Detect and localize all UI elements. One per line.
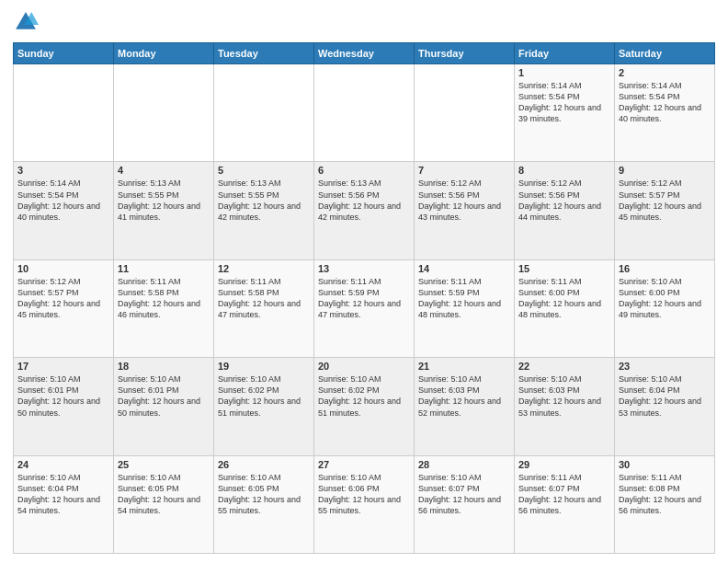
day-number: 16: [619, 263, 711, 274]
day-info-line: Sunrise: 5:10 AM: [619, 276, 711, 287]
weekday-header-saturday: Saturday: [615, 43, 715, 64]
day-info-line: Sunrise: 5:10 AM: [118, 472, 210, 483]
day-number: 19: [218, 361, 310, 372]
day-info-line: Daylight: 12 hours and 47 minutes.: [218, 298, 310, 320]
calendar-cell: 14Sunrise: 5:11 AMSunset: 5:59 PMDayligh…: [415, 259, 515, 357]
calendar-cell: 24Sunrise: 5:10 AMSunset: 6:04 PMDayligh…: [14, 455, 114, 553]
day-info-line: Sunrise: 5:10 AM: [318, 472, 410, 483]
day-info-line: Daylight: 12 hours and 41 minutes.: [118, 201, 210, 223]
day-info-line: Sunset: 5:55 PM: [118, 190, 210, 201]
day-info-line: Daylight: 12 hours and 45 minutes.: [17, 298, 109, 320]
weekday-header-tuesday: Tuesday: [214, 43, 314, 64]
day-number: 12: [218, 263, 310, 274]
day-number: 29: [518, 459, 610, 470]
day-number: 23: [619, 361, 711, 372]
day-info-line: Sunset: 5:57 PM: [17, 287, 109, 298]
calendar-cell: 30Sunrise: 5:11 AMSunset: 6:08 PMDayligh…: [615, 455, 715, 553]
day-info-line: Daylight: 12 hours and 55 minutes.: [318, 494, 410, 516]
day-info-line: Sunset: 5:56 PM: [418, 190, 510, 201]
calendar-cell: 9Sunrise: 5:12 AMSunset: 5:57 PMDaylight…: [615, 162, 715, 259]
day-info-line: Daylight: 12 hours and 46 minutes.: [118, 298, 210, 320]
day-info-line: Daylight: 12 hours and 55 minutes.: [218, 494, 310, 516]
page: SundayMondayTuesdayWednesdayThursdayFrid…: [0, 0, 728, 563]
calendar-cell: 28Sunrise: 5:10 AMSunset: 6:07 PMDayligh…: [415, 455, 515, 553]
day-info-line: Sunrise: 5:14 AM: [619, 80, 711, 91]
calendar-week-2: 3Sunrise: 5:14 AMSunset: 5:54 PMDaylight…: [14, 162, 715, 259]
day-info-line: Sunrise: 5:10 AM: [518, 373, 610, 385]
day-info-line: Sunset: 6:04 PM: [17, 483, 109, 494]
day-info-line: Daylight: 12 hours and 48 minutes.: [518, 298, 610, 320]
day-number: 24: [17, 459, 109, 470]
day-info-line: Sunset: 6:05 PM: [218, 483, 310, 494]
day-info-line: Daylight: 12 hours and 44 minutes.: [518, 201, 610, 223]
calendar-cell: 8Sunrise: 5:12 AMSunset: 5:56 PMDaylight…: [515, 162, 615, 259]
calendar-cell: [214, 64, 314, 162]
day-info-line: Daylight: 12 hours and 54 minutes.: [17, 494, 109, 516]
calendar-cell: 7Sunrise: 5:12 AMSunset: 5:56 PMDaylight…: [415, 162, 515, 259]
day-info-line: Daylight: 12 hours and 56 minutes.: [418, 494, 510, 516]
day-info-line: Sunrise: 5:14 AM: [17, 178, 109, 189]
calendar-week-4: 17Sunrise: 5:10 AMSunset: 6:01 PMDayligh…: [14, 358, 715, 455]
day-info-line: Daylight: 12 hours and 42 minutes.: [218, 201, 310, 223]
day-info-line: Sunrise: 5:13 AM: [318, 178, 410, 189]
day-info-line: Sunrise: 5:11 AM: [518, 472, 610, 483]
day-number: 27: [318, 459, 410, 470]
calendar-cell: 17Sunrise: 5:10 AMSunset: 6:01 PMDayligh…: [14, 358, 114, 455]
day-info-line: Sunset: 5:59 PM: [418, 287, 510, 298]
day-info-line: Sunrise: 5:14 AM: [518, 80, 610, 91]
calendar-cell: 5Sunrise: 5:13 AMSunset: 5:55 PMDaylight…: [214, 162, 314, 259]
day-info-line: Sunset: 6:06 PM: [318, 483, 410, 494]
day-number: 9: [619, 165, 711, 176]
day-info-line: Daylight: 12 hours and 39 minutes.: [518, 102, 610, 124]
calendar-cell: 15Sunrise: 5:11 AMSunset: 6:00 PMDayligh…: [515, 259, 615, 357]
calendar-cell: 26Sunrise: 5:10 AMSunset: 6:05 PMDayligh…: [214, 455, 314, 553]
day-info-line: Sunset: 5:55 PM: [218, 190, 310, 201]
calendar-week-5: 24Sunrise: 5:10 AMSunset: 6:04 PMDayligh…: [14, 455, 715, 553]
weekday-header-row: SundayMondayTuesdayWednesdayThursdayFrid…: [14, 43, 715, 64]
day-number: 11: [118, 263, 210, 274]
calendar-cell: [14, 64, 114, 162]
day-info-line: Sunrise: 5:13 AM: [218, 178, 310, 189]
day-info-line: Daylight: 12 hours and 47 minutes.: [318, 298, 410, 320]
day-info-line: Daylight: 12 hours and 54 minutes.: [118, 494, 210, 516]
calendar-cell: 12Sunrise: 5:11 AMSunset: 5:58 PMDayligh…: [214, 259, 314, 357]
day-info-line: Sunset: 6:03 PM: [518, 385, 610, 396]
calendar-cell: 18Sunrise: 5:10 AMSunset: 6:01 PMDayligh…: [114, 358, 214, 455]
calendar-cell: 2Sunrise: 5:14 AMSunset: 5:54 PMDaylight…: [615, 64, 715, 162]
day-info-line: Daylight: 12 hours and 50 minutes.: [17, 396, 109, 418]
day-info-line: Daylight: 12 hours and 45 minutes.: [619, 201, 711, 223]
day-info-line: Sunrise: 5:10 AM: [418, 472, 510, 483]
day-info-line: Daylight: 12 hours and 42 minutes.: [318, 201, 410, 223]
day-number: 15: [518, 263, 610, 274]
day-info-line: Sunset: 6:07 PM: [418, 483, 510, 494]
day-info-line: Daylight: 12 hours and 56 minutes.: [619, 494, 711, 516]
calendar-cell: 25Sunrise: 5:10 AMSunset: 6:05 PMDayligh…: [114, 455, 214, 553]
day-number: 10: [17, 263, 109, 274]
day-info-line: Daylight: 12 hours and 48 minutes.: [418, 298, 510, 320]
calendar-cell: 20Sunrise: 5:10 AMSunset: 6:02 PMDayligh…: [314, 358, 415, 455]
day-info-line: Daylight: 12 hours and 52 minutes.: [418, 396, 510, 418]
day-info-line: Daylight: 12 hours and 53 minutes.: [518, 396, 610, 418]
day-number: 28: [418, 459, 510, 470]
calendar-header: SundayMondayTuesdayWednesdayThursdayFrid…: [14, 43, 715, 64]
day-info-line: Daylight: 12 hours and 50 minutes.: [118, 396, 210, 418]
day-number: 2: [619, 67, 711, 78]
calendar-week-1: 1Sunrise: 5:14 AMSunset: 5:54 PMDaylight…: [14, 64, 715, 162]
day-number: 18: [118, 361, 210, 372]
day-info-line: Sunset: 6:07 PM: [518, 483, 610, 494]
day-info-line: Sunset: 6:03 PM: [418, 385, 510, 396]
day-info-line: Sunset: 5:57 PM: [619, 190, 711, 201]
day-info-line: Sunset: 6:05 PM: [118, 483, 210, 494]
day-info-line: Sunrise: 5:10 AM: [318, 373, 410, 385]
day-info-line: Sunset: 6:00 PM: [518, 287, 610, 298]
day-info-line: Sunset: 6:04 PM: [619, 385, 711, 396]
calendar-table: SundayMondayTuesdayWednesdayThursdayFrid…: [13, 42, 715, 554]
day-info-line: Sunrise: 5:11 AM: [318, 276, 410, 287]
calendar-cell: 6Sunrise: 5:13 AMSunset: 5:56 PMDaylight…: [314, 162, 415, 259]
day-info-line: Sunset: 5:54 PM: [518, 91, 610, 102]
calendar-cell: [415, 64, 515, 162]
day-number: 13: [318, 263, 410, 274]
calendar-cell: 29Sunrise: 5:11 AMSunset: 6:07 PMDayligh…: [515, 455, 615, 553]
day-info-line: Sunset: 5:54 PM: [17, 190, 109, 201]
day-info-line: Daylight: 12 hours and 53 minutes.: [619, 396, 711, 418]
